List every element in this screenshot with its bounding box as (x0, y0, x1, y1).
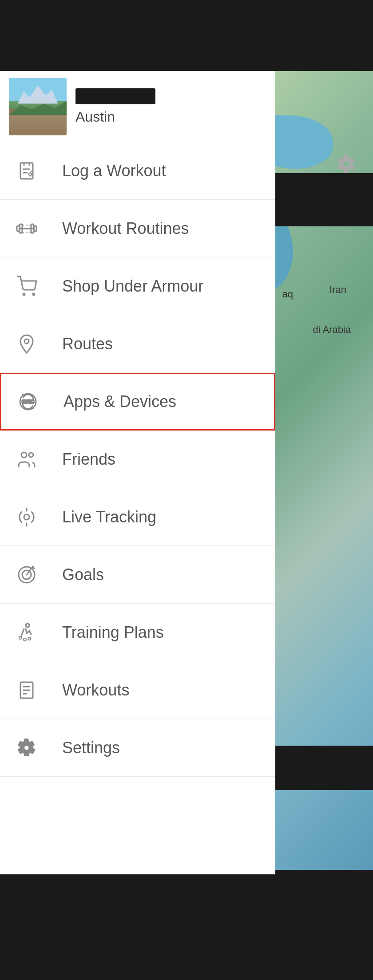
map-label-iran: Iran (329, 284, 346, 296)
clipboard-edit-icon (13, 158, 40, 184)
workout-routines-label: Workout Routines (62, 219, 189, 238)
live-tracking-icon (13, 504, 40, 530)
goals-icon (13, 561, 40, 588)
menu-item-live-tracking[interactable]: Live Tracking (0, 488, 275, 546)
friends-label: Friends (62, 450, 115, 469)
svg-point-13 (23, 293, 25, 295)
avatar (9, 78, 67, 135)
svg-point-18 (21, 452, 27, 458)
profile-info: Austin (75, 88, 155, 125)
apps-devices-label: Apps & Devices (63, 392, 176, 411)
training-plans-label: Training Plans (62, 623, 164, 642)
settings-gear-button[interactable] (333, 151, 360, 178)
avatar-image (9, 78, 67, 135)
svg-text:SYNC: SYNC (22, 399, 34, 404)
menu-item-friends[interactable]: Friends (0, 431, 275, 488)
routes-label: Routes (62, 335, 113, 353)
svg-point-19 (29, 453, 33, 457)
profile-username: Austin (75, 109, 155, 125)
menu-item-workouts[interactable]: Workouts (0, 661, 275, 719)
svg-line-5 (30, 171, 32, 173)
menu-item-workout-routines[interactable]: Workout Routines (0, 200, 275, 257)
settings-icon (13, 735, 40, 761)
log-workout-label: Log a Workout (62, 162, 166, 180)
svg-point-20 (24, 514, 29, 520)
location-pin-icon (13, 331, 40, 357)
settings-label: Settings (62, 739, 120, 757)
shop-label: Shop Under Armour (62, 277, 203, 296)
sync-icon: SYNC (15, 388, 41, 415)
profile-header[interactable]: Austin (0, 71, 275, 142)
menu-item-log-workout[interactable]: Log a Workout (0, 142, 275, 200)
cart-icon (13, 273, 40, 300)
training-icon (13, 619, 40, 646)
menu-item-training-plans[interactable]: Training Plans (0, 604, 275, 661)
live-tracking-label: Live Tracking (62, 508, 156, 526)
svg-point-29 (19, 636, 22, 639)
workouts-icon (13, 677, 40, 703)
bottom-bar (0, 873, 373, 980)
menu-list: Log a Workout Workout Routines (0, 142, 275, 777)
profile-name-redacted (75, 88, 155, 104)
svg-rect-0 (20, 163, 33, 179)
svg-point-14 (33, 293, 35, 295)
svg-point-28 (26, 624, 29, 627)
svg-point-31 (28, 637, 31, 640)
friends-icon (13, 446, 40, 473)
menu-item-shop[interactable]: Shop Under Armour (0, 257, 275, 315)
workouts-label: Workouts (62, 681, 129, 699)
menu-item-goals[interactable]: Goals (0, 546, 275, 604)
svg-point-15 (24, 339, 29, 344)
dumbbell-icon (13, 215, 40, 242)
top-status-bar (0, 0, 373, 71)
map-label-saudi-arabia: di Arabia (313, 324, 351, 336)
menu-item-settings[interactable]: Settings (0, 719, 275, 777)
navigation-drawer: Austin Log a Workout (0, 71, 275, 874)
map-label-iraq: aq (282, 288, 293, 300)
menu-item-apps-devices[interactable]: SYNC Apps & Devices (0, 373, 275, 431)
svg-point-30 (24, 638, 26, 641)
menu-item-routes[interactable]: Routes (0, 315, 275, 373)
goals-label: Goals (62, 565, 104, 584)
